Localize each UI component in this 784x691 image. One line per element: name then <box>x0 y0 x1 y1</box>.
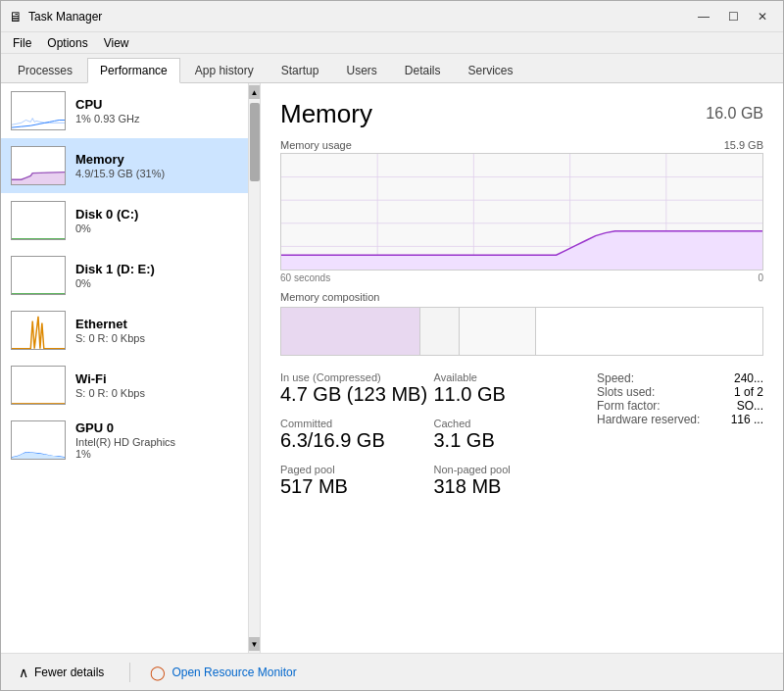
tab-processes[interactable]: Processes <box>5 58 85 82</box>
sidebar: CPU 1% 0.93 GHz <box>1 83 261 653</box>
disk1-name: Disk 1 (D: E:) <box>75 262 238 276</box>
menu-view[interactable]: View <box>96 34 137 51</box>
chart-max-label: 15.9 GB <box>724 139 763 151</box>
svg-rect-4 <box>12 202 65 240</box>
chart-time-labels: 60 seconds 0 <box>280 272 763 283</box>
composition-in-use <box>281 308 420 355</box>
cpu-sub: 1% 0.93 GHz <box>75 113 238 124</box>
disk0-info: Disk 0 (C:) 0% <box>75 207 238 234</box>
time-label-right: 0 <box>758 272 763 283</box>
stat-committed-value: 6.3/16.9 GB <box>280 429 434 452</box>
disk1-thumbnail <box>11 256 66 295</box>
disk1-sub: 0% <box>75 277 238 289</box>
stat-form-value: SO... <box>737 399 763 413</box>
close-button[interactable]: ✕ <box>750 7 775 26</box>
stats-row-3: Paged pool 517 MB Non-paged pool 318 MB <box>280 464 587 498</box>
chart-label-text: Memory usage <box>280 139 352 151</box>
sidebar-item-disk1[interactable]: Disk 1 (D: E:) 0% <box>1 248 248 303</box>
stat-row-form: Form factor: SO... <box>597 399 763 413</box>
sidebar-item-memory[interactable]: Memory 4.9/15.9 GB (31%) <box>1 138 248 193</box>
app-icon: 🖥 <box>9 9 23 25</box>
stat-nonpaged-value: 318 MB <box>434 475 588 498</box>
bottom-bar: ∧ Fewer details ◯ Open Resource Monitor <box>1 653 783 690</box>
tab-bar: Processes Performance App history Startu… <box>1 54 783 83</box>
detail-panel: Memory 16.0 GB Memory usage 15.9 GB <box>261 83 783 653</box>
gpu0-sub: Intel(R) HD Graphics1% <box>75 436 238 460</box>
disk0-thumbnail <box>11 201 66 240</box>
stat-paged-label: Paged pool <box>280 464 434 475</box>
disk0-sub: 0% <box>75 222 238 234</box>
disk0-name: Disk 0 (C:) <box>75 207 238 222</box>
memory-usage-chart <box>280 153 763 271</box>
sidebar-item-cpu[interactable]: CPU 1% 0.93 GHz <box>1 83 248 138</box>
sidebar-item-ethernet[interactable]: Ethernet S: 0 R: 0 Kbps <box>1 303 248 358</box>
tab-performance[interactable]: Performance <box>87 58 180 83</box>
composition-bar <box>280 307 763 356</box>
memory-sub: 4.9/15.9 GB (31%) <box>75 168 238 179</box>
composition-free <box>536 308 762 355</box>
gpu0-thumbnail <box>11 420 66 460</box>
tab-startup[interactable]: Startup <box>269 58 332 82</box>
gpu0-name: GPU 0 <box>75 420 238 435</box>
minimize-button[interactable]: — <box>691 7 716 26</box>
resource-monitor-button[interactable]: ◯ Open Resource Monitor <box>150 665 296 680</box>
stat-in-use: In use (Compressed) 4.7 GB (123 MB) <box>280 371 434 406</box>
stat-nonpaged: Non-paged pool 318 MB <box>434 464 588 498</box>
stat-available-label: Available <box>434 371 588 383</box>
memory-info: Memory 4.9/15.9 GB (31%) <box>75 152 238 179</box>
stat-committed-label: Committed <box>280 418 434 429</box>
wifi-name: Wi-Fi <box>75 371 238 386</box>
gpu0-info: GPU 0 Intel(R) HD Graphics1% <box>75 420 238 460</box>
cpu-name: CPU <box>75 97 238 112</box>
tab-users[interactable]: Users <box>333 58 389 82</box>
ethernet-sub: S: 0 R: 0 Kbps <box>75 332 238 344</box>
resource-monitor-label: Open Resource Monitor <box>172 666 296 679</box>
window-title: Task Manager <box>28 10 102 24</box>
tab-services[interactable]: Services <box>456 58 526 82</box>
stats-section: In use (Compressed) 4.7 GB (123 MB) Avai… <box>280 371 763 498</box>
scroll-down-button[interactable]: ▼ <box>249 637 261 651</box>
task-manager-window: 🖥 Task Manager — ☐ ✕ File Options View P… <box>0 0 784 691</box>
fewer-details-label: Fewer details <box>34 666 104 679</box>
title-bar-left: 🖥 Task Manager <box>9 9 102 25</box>
detail-title: Memory <box>280 99 372 129</box>
menu-options[interactable]: Options <box>39 34 95 51</box>
sidebar-item-disk0[interactable]: Disk 0 (C:) 0% <box>1 193 248 248</box>
bottom-divider <box>129 663 130 682</box>
stat-paged-value: 517 MB <box>280 475 434 498</box>
maximize-button[interactable]: ☐ <box>720 7 746 26</box>
tab-details[interactable]: Details <box>392 58 454 82</box>
stat-slots-value: 1 of 2 <box>734 385 763 399</box>
menu-bar: File Options View <box>1 32 783 54</box>
scroll-up-button[interactable]: ▲ <box>249 85 261 99</box>
cpu-thumbnail <box>11 91 66 130</box>
fewer-details-button[interactable]: ∧ Fewer details <box>13 663 110 682</box>
sidebar-list: CPU 1% 0.93 GHz <box>1 83 248 653</box>
stat-cached: Cached 3.1 GB <box>434 418 588 452</box>
stat-cached-value: 3.1 GB <box>434 429 588 452</box>
stat-speed-label: Speed: <box>597 371 634 385</box>
stat-hwreserved-value: 116 ... <box>731 413 763 426</box>
svg-rect-5 <box>12 257 65 295</box>
svg-marker-18 <box>281 231 762 270</box>
ethernet-name: Ethernet <box>75 317 238 331</box>
menu-file[interactable]: File <box>5 34 39 51</box>
sidebar-item-gpu0[interactable]: GPU 0 Intel(R) HD Graphics1% <box>1 413 248 468</box>
stat-paged: Paged pool 517 MB <box>280 464 434 498</box>
detail-header: Memory 16.0 GB <box>280 99 763 129</box>
svg-rect-7 <box>12 367 65 405</box>
stat-row-speed: Speed: 240... <box>597 371 763 385</box>
chevron-up-icon: ∧ <box>19 665 28 680</box>
title-controls: — ☐ ✕ <box>691 7 775 26</box>
detail-total: 16.0 GB <box>706 105 763 123</box>
composition-label: Memory composition <box>280 291 763 303</box>
sidebar-item-wifi[interactable]: Wi-Fi S: 0 R: 0 Kbps <box>1 358 248 413</box>
stat-available: Available 11.0 GB <box>434 371 588 406</box>
sidebar-scroll-wrapper: CPU 1% 0.93 GHz <box>1 83 260 653</box>
tab-app-history[interactable]: App history <box>182 58 267 82</box>
stat-committed: Committed 6.3/16.9 GB <box>280 418 434 452</box>
scroll-thumb[interactable] <box>250 103 260 181</box>
sidebar-scrollbar[interactable]: ▲ ▼ <box>248 83 260 653</box>
composition-modified <box>420 308 459 355</box>
stat-form-label: Form factor: <box>597 399 661 413</box>
